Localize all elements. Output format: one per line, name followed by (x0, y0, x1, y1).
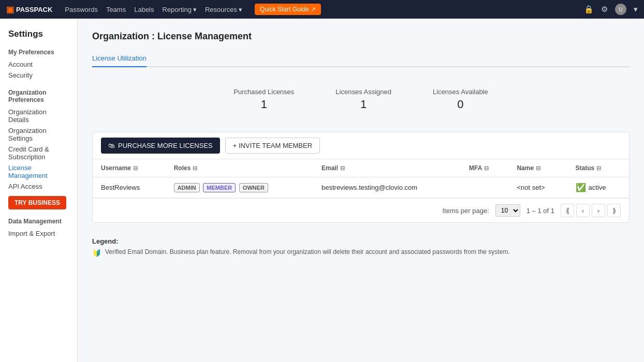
col-roles: Roles ⊟ (166, 159, 313, 177)
items-per-page-label: Items per page: (442, 207, 489, 215)
logo-text: PASSPACK (16, 6, 52, 13)
layout: Settings My Preferences Account Security… (0, 19, 644, 362)
nav-right: 🔒 ⚙ U ▾ (584, 4, 638, 15)
status-active: ✅ active (576, 183, 621, 192)
nav-passwords[interactable]: Passwords (65, 6, 98, 13)
nav-teams[interactable]: Teams (106, 6, 126, 13)
badge-admin: ADMIN (174, 183, 200, 192)
pagination-row: Items per page: 10 25 50 1 – 1 of 1 ⟪ ‹ … (93, 198, 629, 222)
tabs: License Utilization (92, 50, 630, 67)
col-mfa: MFA ⊟ (461, 159, 508, 177)
email-filter-icon[interactable]: ⊟ (340, 165, 345, 172)
sidebar-item-security[interactable]: Security (8, 70, 69, 81)
purchase-licenses-button[interactable]: 🛍 PURCHASE MORE LICENSES (101, 138, 220, 154)
stat-purchased: Purchased Licenses 1 (233, 88, 294, 111)
sidebar-item-license-management[interactable]: License Management (8, 162, 69, 181)
legend-item-text: Verified Email Domain. Business plan fea… (105, 248, 510, 255)
badge-owner: OWNER (239, 183, 268, 192)
avatar[interactable]: U (615, 4, 626, 15)
col-name: Name ⊟ (508, 159, 567, 177)
sidebar-item-org-settings[interactable]: Organization Settings (8, 125, 69, 144)
page-prev-button[interactable]: ‹ (576, 204, 590, 217)
nav-resources[interactable]: Resources ▾ (205, 6, 242, 13)
sidebar-item-api-access[interactable]: API Access (8, 181, 69, 192)
license-table-container: 🛍 PURCHASE MORE LICENSES + INVITE TEAM M… (92, 132, 630, 223)
pagination-nav: ⟪ ‹ › ⟫ (561, 204, 621, 217)
stat-available-value: 0 (433, 98, 488, 111)
tab-license-utilization[interactable]: License Utilization (92, 50, 147, 67)
status-check-icon: ✅ (576, 183, 586, 192)
invite-label: + INVITE TEAM MEMBER (233, 142, 312, 149)
cell-status: ✅ active (567, 177, 629, 198)
table-toolbar: 🛍 PURCHASE MORE LICENSES + INVITE TEAM M… (93, 132, 629, 159)
badge-member: MEMBER (203, 183, 236, 192)
cell-name: <not set> (508, 177, 567, 198)
chevron-down-icon: ▾ (193, 6, 197, 13)
verified-email-icon: 🔰 (92, 249, 101, 257)
page-next-button[interactable]: › (592, 204, 605, 217)
stat-purchased-label: Purchased Licenses (233, 88, 294, 96)
logo-icon: ▣ (6, 5, 14, 14)
stat-available-label: Licenses Available (433, 88, 488, 96)
cell-mfa (461, 177, 508, 198)
chevron-down-icon: ▾ (239, 6, 242, 13)
page-last-button[interactable]: ⟫ (607, 204, 621, 217)
sidebar-item-account[interactable]: Account (8, 59, 69, 70)
purchase-label: PURCHASE MORE LICENSES (118, 142, 213, 149)
members-table: Username ⊟ Roles ⊟ Email (93, 159, 629, 198)
table-header-row: Username ⊟ Roles ⊟ Email (93, 159, 629, 177)
col-email: Email ⊟ (313, 159, 461, 177)
bag-icon: 🛍 (108, 142, 115, 149)
logo[interactable]: ▣ PASSPACK (6, 5, 52, 14)
sidebar-item-org-details[interactable]: Organization Details (8, 107, 69, 125)
main-content: Organization : License Management Licens… (78, 19, 644, 362)
quick-start-button[interactable]: Quick Start Guide ↗ (255, 4, 321, 15)
try-business-button[interactable]: TRY BUSINESS (8, 196, 66, 209)
sidebar-title: Settings (8, 29, 69, 39)
status-label: active (589, 184, 606, 191)
status-filter-icon[interactable]: ⊟ (596, 165, 601, 172)
legend-item-verified: 🔰 Verified Email Domain. Business plan f… (92, 248, 630, 257)
table-row: BestReviews ADMIN MEMBER OWNER bestrevie… (93, 177, 629, 198)
cell-username: BestReviews (93, 177, 166, 198)
cell-roles: ADMIN MEMBER OWNER (166, 177, 313, 198)
legend-title: Legend: (92, 237, 630, 245)
col-status: Status ⊟ (567, 159, 629, 177)
name-filter-icon[interactable]: ⊟ (536, 165, 540, 172)
sidebar-item-import-export[interactable]: Import & Export (8, 228, 69, 239)
sidebar-section-my-preferences: My Preferences (8, 49, 69, 56)
stat-purchased-value: 1 (233, 98, 294, 111)
stat-assigned: Licenses Assigned 1 (335, 88, 391, 111)
roles-filter-icon[interactable]: ⊟ (193, 165, 197, 172)
chevron-down-icon[interactable]: ▾ (634, 5, 638, 14)
invite-team-member-button[interactable]: + INVITE TEAM MEMBER (225, 138, 320, 154)
stat-assigned-label: Licenses Assigned (335, 88, 391, 96)
pagination-range: 1 – 1 of 1 (526, 207, 554, 215)
top-nav: ▣ PASSPACK Passwords Teams Labels Report… (0, 0, 644, 19)
sidebar-section-data-management: Data Management (8, 218, 69, 225)
lock-icon[interactable]: 🔒 (584, 5, 594, 14)
page-title: Organization : License Management (92, 31, 630, 42)
col-username: Username ⊟ (93, 159, 166, 177)
stats-row: Purchased Licenses 1 Licenses Assigned 1… (92, 80, 630, 119)
legend-section: Legend: 🔰 Verified Email Domain. Busines… (92, 231, 630, 263)
cell-email: bestreviews.testing@clovio.com (313, 177, 461, 198)
username-filter-icon[interactable]: ⊟ (133, 165, 138, 172)
page-first-button[interactable]: ⟪ (561, 204, 574, 217)
nav-labels[interactable]: Labels (134, 6, 154, 13)
sidebar-item-credit-card[interactable]: Credit Card & Subscription (8, 144, 69, 162)
sidebar: Settings My Preferences Account Security… (0, 19, 78, 362)
stat-assigned-value: 1 (335, 98, 391, 111)
nav-reporting[interactable]: Reporting ▾ (163, 6, 197, 13)
sidebar-section-org-preferences: Organization Preferences (8, 89, 69, 103)
mfa-filter-icon[interactable]: ⊟ (484, 165, 489, 172)
gear-icon[interactable]: ⚙ (601, 5, 608, 14)
items-per-page-select[interactable]: 10 25 50 (495, 204, 520, 217)
stat-available: Licenses Available 0 (433, 88, 488, 111)
